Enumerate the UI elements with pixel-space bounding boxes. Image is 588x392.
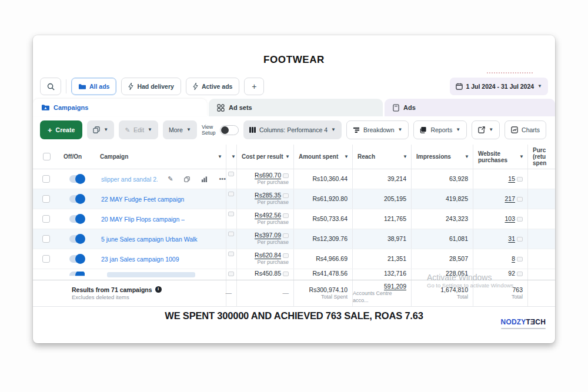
breakdown-button[interactable]: Breakdown ▼: [346, 120, 409, 139]
export-button[interactable]: ▼: [472, 120, 500, 139]
screenshot-stage: FOOTWEAR All ads Had delivery: [0, 0, 588, 392]
cost-per-result-value[interactable]: Rs620.84: [255, 252, 281, 259]
more-button[interactable]: More ▼: [163, 120, 197, 139]
attribution-badge: [228, 192, 234, 196]
edit-button[interactable]: ✎ Edit ▼: [119, 120, 158, 139]
attribution-badge: [517, 237, 523, 242]
col-header-website-purchases[interactable]: Website purchases▼: [473, 145, 527, 169]
create-button[interactable]: + Create: [40, 120, 82, 139]
campaign-toggle[interactable]: [69, 215, 85, 223]
edit-pencil-icon[interactable]: ✎: [168, 176, 173, 182]
view-setup-label: View Setup: [202, 124, 216, 136]
col-header-off-on: Off/On: [59, 145, 95, 169]
campaign-link[interactable]: 23 jan Sales campaign 1009: [101, 256, 179, 263]
tab-ads[interactable]: Ads: [385, 99, 555, 116]
campaign-link[interactable]: 20 MAY Flip Flops campaign –: [101, 216, 185, 223]
campaign-link[interactable]: 22 MAY Fudge Feet campaign: [101, 196, 184, 203]
row-checkbox[interactable]: [42, 215, 50, 223]
filter-bar: All ads Had delivery Active ads +: [40, 76, 548, 96]
amount-spent-value: Rs41,478.56: [312, 270, 348, 277]
impressions-value: 63,928: [449, 175, 468, 183]
campaign-link[interactable]: 5 june Sales campaign Urban Walk: [101, 236, 198, 243]
website-purchases-value[interactable]: 92: [508, 270, 515, 277]
add-filter-tab-button[interactable]: +: [244, 78, 264, 95]
columns-button[interactable]: Columns: Performance 4 ▼: [243, 120, 342, 139]
amount-spent-value: Rs4,966.69: [316, 255, 348, 263]
reports-label: Reports: [430, 126, 452, 133]
cost-caption: Per purchase: [257, 239, 289, 246]
row-checkbox[interactable]: [42, 235, 50, 243]
col-header-flag[interactable]: ▼: [226, 145, 236, 169]
chevron-down-icon: ▼: [103, 128, 108, 132]
amount-total: Rs300,974.10: [309, 286, 348, 294]
cost-per-result-value[interactable]: Rs285.35: [255, 192, 281, 199]
create-label: Create: [56, 126, 75, 133]
filter-chip-all-ads[interactable]: All ads: [71, 78, 116, 95]
toolbar: + Create ▼ ✎ Edit ▼ More ▼ View Setup: [40, 119, 548, 141]
campaign-toggle[interactable]: [69, 272, 85, 279]
row-checkbox[interactable]: [42, 255, 50, 263]
reach-total[interactable]: 591,209: [384, 283, 406, 290]
attribution-badge: [517, 177, 523, 182]
website-purchases-value[interactable]: 31: [508, 235, 515, 243]
attribution-badge: [228, 272, 234, 276]
col-header-campaign[interactable]: Campaign▼: [95, 145, 226, 169]
cost-caption: Per purchase: [257, 259, 289, 266]
col-header-reach[interactable]: Reach▼: [352, 145, 411, 169]
attribution-badge: [283, 213, 289, 218]
website-purchases-value[interactable]: 15: [508, 175, 515, 183]
attribution-badge: [283, 272, 289, 276]
cost-per-result-value[interactable]: Rs450.85: [255, 270, 281, 277]
date-range-label: 1 Jul 2024 - 31 Jul 2024: [466, 83, 534, 90]
results-note: Excludes deleted items: [72, 294, 226, 301]
cost-caption: Per purchase: [257, 219, 289, 226]
campaign-toggle[interactable]: [69, 235, 85, 243]
campaign-toggle[interactable]: [69, 195, 85, 203]
search-button[interactable]: [40, 78, 61, 95]
chevron-down-icon: ▼: [148, 128, 152, 132]
page-title: FOOTWEAR: [33, 54, 555, 66]
campaign-link[interactable]: slipper and sandal 2...: [101, 176, 158, 183]
view-setup-toggle[interactable]: [220, 125, 239, 135]
plus-icon: +: [48, 126, 52, 135]
row-checkbox[interactable]: [42, 175, 50, 183]
reports-button[interactable]: Reports ▼: [413, 120, 467, 139]
chevron-down-icon: ▼: [398, 128, 403, 132]
col-header-amount-spent[interactable]: Amount spent▼: [293, 145, 352, 169]
filter-chip-label: All ads: [89, 83, 109, 90]
more-options-icon[interactable]: •••: [219, 176, 226, 182]
purchases-total: 763: [512, 286, 523, 294]
website-purchases-value[interactable]: 103: [505, 215, 515, 223]
charts-icon: [511, 126, 518, 133]
filter-chip-active-ads[interactable]: Active ads: [186, 78, 240, 95]
duplicate-icon[interactable]: [184, 176, 190, 182]
cost-per-result-value[interactable]: Rs690.70: [255, 172, 281, 179]
cost-caption: Per purchase: [257, 179, 289, 186]
ads-manager-card: FOOTWEAR All ads Had delivery: [33, 35, 555, 343]
view-charts-icon[interactable]: [201, 176, 208, 182]
website-purchases-value[interactable]: 217: [505, 195, 515, 203]
columns-icon: [249, 127, 256, 133]
select-all-checkbox[interactable]: [43, 153, 51, 160]
cost-per-result-value[interactable]: Rs492.56: [255, 212, 281, 219]
attribution-badge: [283, 233, 289, 238]
filter-chip-had-delivery[interactable]: Had delivery: [121, 78, 181, 95]
tab-campaigns[interactable]: Campaigns: [33, 99, 207, 116]
campaign-toggle[interactable]: [69, 175, 85, 183]
col-header-purchase-roas[interactable]: Purc (retu spen: [527, 145, 554, 169]
impressions-total: 1,674,810: [440, 286, 468, 294]
website-purchases-value[interactable]: 8: [512, 255, 515, 263]
amount-spent-value: Rs50,733.64: [312, 215, 348, 223]
date-range-picker[interactable]: 1 Jul 2024 - 31 Jul 2024 ▼: [450, 78, 549, 95]
duplicate-button[interactable]: ▼: [87, 120, 114, 139]
row-checkbox[interactable]: [42, 195, 50, 203]
reach-value: 205,195: [384, 195, 406, 203]
attribution-badge: [228, 172, 234, 176]
tab-ad-sets[interactable]: Ad sets: [209, 99, 383, 116]
cost-per-result-value[interactable]: Rs397.09: [255, 232, 281, 239]
charts-button[interactable]: Charts: [505, 120, 546, 139]
info-icon[interactable]: i: [155, 286, 162, 293]
col-header-cost-per-result[interactable]: Cost per result▼: [236, 145, 293, 169]
col-header-impressions[interactable]: Impressions▼: [411, 145, 473, 169]
campaign-toggle[interactable]: [69, 255, 85, 263]
